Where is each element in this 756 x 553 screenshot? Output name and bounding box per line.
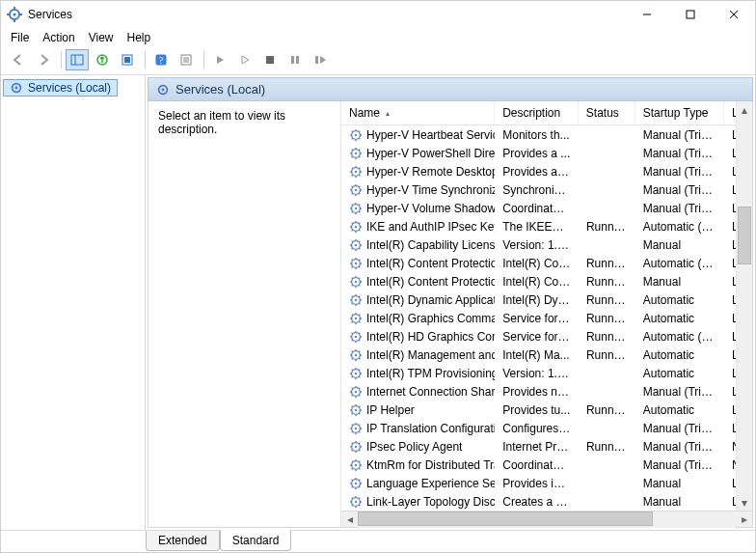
- table-row[interactable]: Hyper-V Volume Shadow C...Coordinates...…: [341, 199, 752, 217]
- service-description: Service for I...: [495, 330, 579, 344]
- table-row[interactable]: Hyper-V Time Synchronizati...Synchronize…: [341, 180, 752, 199]
- table-row[interactable]: Intel(R) Content Protection ...Intel(R) …: [341, 254, 752, 272]
- table-row[interactable]: Link-Layer Topology Discov...Creates a N…: [341, 492, 752, 511]
- refresh-button[interactable]: [116, 49, 139, 70]
- tab-extended[interactable]: Extended: [146, 531, 220, 551]
- sort-asc-icon: ▴: [386, 109, 390, 118]
- maximize-button[interactable]: [668, 1, 712, 28]
- table-row[interactable]: Intel(R) Dynamic Applicatio...Intel(R) D…: [341, 290, 752, 309]
- svg-point-103: [355, 262, 357, 263]
- service-name: Intel(R) Dynamic Applicatio...: [366, 293, 495, 307]
- service-startup-type: Automatic: [635, 293, 724, 307]
- svg-line-130: [352, 303, 353, 304]
- tree-node-services-local[interactable]: Services (Local): [3, 79, 118, 97]
- service-status: Running: [579, 440, 635, 454]
- tab-standard[interactable]: Standard: [220, 530, 292, 551]
- svg-point-143: [355, 335, 357, 337]
- table-row[interactable]: IKE and AuthIP IPsec Keying...The IKEEXT…: [341, 217, 752, 235]
- table-row[interactable]: IPsec Policy AgentInternet Pro...Running…: [341, 437, 752, 456]
- show-hide-tree-button[interactable]: [66, 49, 89, 70]
- scroll-left-icon[interactable]: ◂: [341, 512, 358, 528]
- col-startup-type[interactable]: Startup Type: [635, 101, 724, 124]
- svg-line-68: [352, 185, 353, 186]
- svg-line-78: [352, 204, 353, 205]
- service-startup-type: Manual: [635, 238, 724, 252]
- table-row[interactable]: IP Translation Configuration...Configure…: [341, 419, 752, 437]
- window-title: Services: [28, 8, 72, 21]
- table-row[interactable]: Language Experience ServiceProvides inf.…: [341, 474, 752, 492]
- help-button[interactable]: ?: [149, 49, 173, 70]
- resume-service-button[interactable]: [284, 49, 307, 70]
- scroll-down-icon[interactable]: ▾: [737, 494, 752, 511]
- table-row[interactable]: Intel(R) Management and S...Intel(R) Ma.…: [341, 346, 752, 364]
- service-status: Running: [579, 330, 635, 344]
- vertical-scrollbar[interactable]: ▴ ▾: [736, 101, 752, 511]
- table-row[interactable]: Hyper-V Heartbeat ServiceMonitors th...M…: [341, 125, 752, 144]
- svg-line-159: [359, 358, 360, 359]
- svg-line-160: [352, 358, 353, 359]
- restart-service-button[interactable]: [309, 49, 332, 70]
- table-row[interactable]: KtmRm for Distributed Tran...Coordinates…: [341, 456, 752, 474]
- start-service-button[interactable]: [208, 49, 231, 70]
- stop-service-button[interactable]: [233, 49, 256, 70]
- menu-help[interactable]: Help: [127, 31, 151, 44]
- scroll-right-icon[interactable]: ▸: [736, 512, 752, 528]
- service-name: Intel(R) Graphics Command...: [366, 312, 495, 325]
- service-icon: [349, 165, 363, 179]
- menu-file[interactable]: File: [11, 31, 29, 44]
- pane-header: Services (Local): [148, 77, 753, 101]
- menu-action[interactable]: Action: [42, 31, 74, 44]
- table-row[interactable]: Internet Connection Sharin...Provides ne…: [341, 382, 752, 401]
- svg-line-79: [359, 211, 360, 212]
- service-status: Running: [579, 220, 635, 234]
- service-startup-type: Manual (Trig...: [635, 385, 724, 399]
- forward-button[interactable]: [32, 49, 55, 70]
- table-row[interactable]: IP HelperProvides tu...RunningAutomaticL…: [341, 401, 752, 419]
- service-startup-type: Automatic: [635, 403, 724, 417]
- svg-point-1: [13, 13, 15, 15]
- service-name: Hyper-V Time Synchronizati...: [366, 183, 495, 197]
- svg-point-43: [355, 152, 357, 153]
- scroll-thumb[interactable]: [358, 512, 653, 526]
- scroll-thumb[interactable]: [738, 207, 751, 264]
- scroll-up-icon[interactable]: ▴: [737, 101, 752, 118]
- pause-service-button[interactable]: [258, 49, 282, 70]
- minimize-button[interactable]: [625, 1, 668, 28]
- service-icon: [349, 312, 363, 325]
- service-description: Provides ne...: [495, 385, 579, 399]
- menu-view[interactable]: View: [89, 31, 114, 44]
- svg-line-119: [359, 285, 360, 286]
- properties-button[interactable]: [175, 49, 198, 70]
- table-row[interactable]: Intel(R) TPM Provisioning S...Version: 1…: [341, 364, 752, 382]
- svg-point-29: [15, 87, 18, 90]
- back-button[interactable]: [7, 49, 30, 70]
- table-row[interactable]: Intel(R) Capability Licensing...Version:…: [341, 235, 752, 254]
- col-description[interactable]: Description: [495, 101, 579, 124]
- col-name[interactable]: Name▴: [341, 101, 495, 124]
- service-startup-type: Automatic: [635, 348, 724, 362]
- svg-line-208: [352, 442, 353, 443]
- svg-line-91: [359, 222, 360, 223]
- svg-line-191: [359, 405, 360, 406]
- table-row[interactable]: Intel(R) HD Graphics Contro...Service fo…: [341, 327, 752, 346]
- col-status[interactable]: Status: [579, 101, 635, 124]
- svg-point-73: [355, 207, 357, 208]
- svg-marker-22: [242, 56, 249, 64]
- svg-point-203: [355, 445, 357, 447]
- service-name: Hyper-V PowerShell Direct ...: [366, 147, 495, 160]
- export-list-button[interactable]: [91, 49, 114, 70]
- horizontal-scrollbar[interactable]: ◂ ▸: [341, 511, 752, 527]
- service-icon: [349, 238, 363, 252]
- table-row[interactable]: Intel(R) Content Protection ...Intel(R) …: [341, 272, 752, 290]
- service-description: Internet Pro...: [495, 440, 579, 454]
- svg-line-180: [352, 395, 353, 396]
- close-button[interactable]: [712, 1, 755, 28]
- svg-point-113: [355, 280, 357, 282]
- table-row[interactable]: Intel(R) Graphics Command...Service for …: [341, 309, 752, 327]
- table-row[interactable]: Hyper-V Remote Desktop Vi...Provides a p…: [341, 162, 752, 180]
- svg-line-108: [352, 259, 353, 260]
- service-startup-type: Automatic (T...: [635, 257, 724, 270]
- service-icon: [349, 147, 363, 160]
- table-row[interactable]: Hyper-V PowerShell Direct ...Provides a …: [341, 144, 752, 162]
- svg-line-240: [352, 505, 353, 506]
